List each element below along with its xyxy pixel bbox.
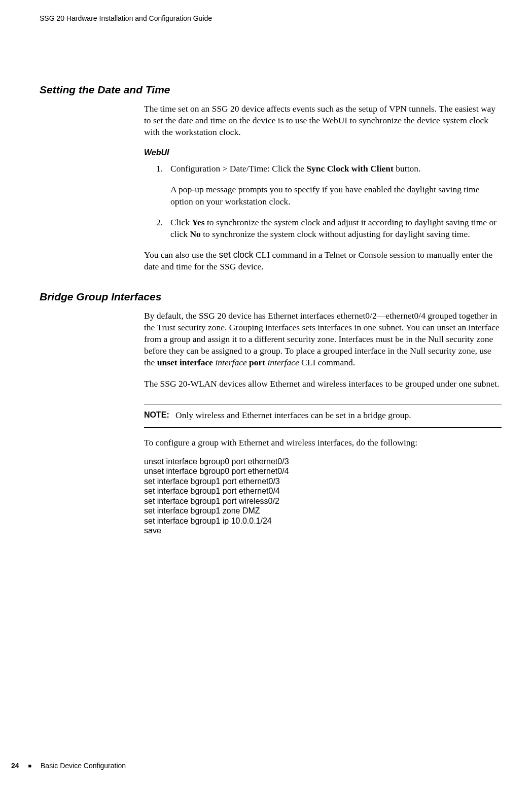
page-number: 24 <box>11 762 19 770</box>
step1-prefix: Configuration > Date/Time: Click the <box>170 163 306 174</box>
step-1-number: 1. <box>156 163 163 175</box>
cli-paragraph: You can also use the set clock CLI comma… <box>144 249 502 272</box>
date-time-body: The time set on an SSG 20 device affects… <box>144 103 502 272</box>
bgroup-p3: To configure a group with Ethernet and w… <box>144 437 502 449</box>
bgroup-p1-ital1: interface <box>213 357 249 367</box>
cli-line: set interface bgroup1 port wireless0/2 <box>144 496 502 506</box>
webui-steps: 1. Configuration > Date/Time: Click the … <box>144 163 502 239</box>
step-2-number: 2. <box>156 217 163 228</box>
bgroup-body: By default, the SSG 20 device has Ethern… <box>144 310 502 390</box>
step-1-para2: A pop-up message prompts you to specify … <box>170 184 502 207</box>
step-2: 2. Click Yes to synchronize the system c… <box>156 217 502 240</box>
footer-bullet-icon: ■ <box>28 763 31 769</box>
step-1-text: Configuration > Date/Time: Click the Syn… <box>170 163 420 174</box>
cli-line: unset interface bgroup0 port ethernet0/4 <box>144 466 502 476</box>
heading-bridge-group: Bridge Group Interfaces <box>40 291 502 303</box>
bgroup-p2: The SSG 20-WLAN devices allow Ethernet a… <box>144 378 502 390</box>
page-content: Setting the Date and Time The time set o… <box>40 84 502 536</box>
step2-prefix: Click <box>170 217 192 227</box>
bgroup-p1-post: CLI command. <box>299 357 355 367</box>
step1-suffix: button. <box>394 163 420 174</box>
step-2-text: Click Yes to synchronize the system cloc… <box>170 217 496 239</box>
running-header: SSG 20 Hardware Installation and Configu… <box>40 14 212 22</box>
bgroup-p1-bold2: port <box>249 357 265 367</box>
cli-line: save <box>144 526 502 536</box>
step1-bold: Sync Clock with Client <box>306 163 394 174</box>
webui-label: WebUI <box>144 147 502 158</box>
cli-line: set interface bgroup1 zone DMZ <box>144 506 502 516</box>
cli-set-clock: set clock <box>219 250 253 260</box>
note-block: NOTE: Only wireless and Ethernet interfa… <box>144 404 502 428</box>
bgroup-p1: By default, the SSG 20 device has Ethern… <box>144 310 502 368</box>
cli-line: set interface bgroup1 ip 10.0.0.1/24 <box>144 516 502 526</box>
step2-yes: Yes <box>192 217 204 227</box>
cli-line: set interface bgroup1 port ethernet0/3 <box>144 476 502 487</box>
bgroup-after-note: To configure a group with Ethernet and w… <box>144 437 502 536</box>
footer-section-name: Basic Device Configuration <box>41 762 126 770</box>
cli-line: unset interface bgroup0 port ethernet0/3 <box>144 457 502 467</box>
cli-block: unset interface bgroup0 port ethernet0/3… <box>144 457 502 536</box>
date-time-intro: The time set on an SSG 20 device affects… <box>144 103 502 138</box>
heading-setting-date-time: Setting the Date and Time <box>40 84 502 96</box>
step-1: 1. Configuration > Date/Time: Click the … <box>156 163 502 207</box>
cli-line: set interface bgroup1 port ethernet0/4 <box>144 486 502 496</box>
bgroup-p1-ital2: interface <box>265 357 299 367</box>
cli-para-prefix: You can also use the <box>144 250 219 260</box>
bgroup-p1-bold1: unset interface <box>157 357 213 367</box>
step2-mid2: to synchronize the system clock without … <box>201 229 470 239</box>
page-footer: 24 ■ Basic Device Configuration <box>11 762 126 770</box>
step2-no: No <box>190 229 200 239</box>
note-text: Only wireless and Ethernet interfaces ca… <box>175 409 411 421</box>
note-label: NOTE: <box>144 409 175 421</box>
